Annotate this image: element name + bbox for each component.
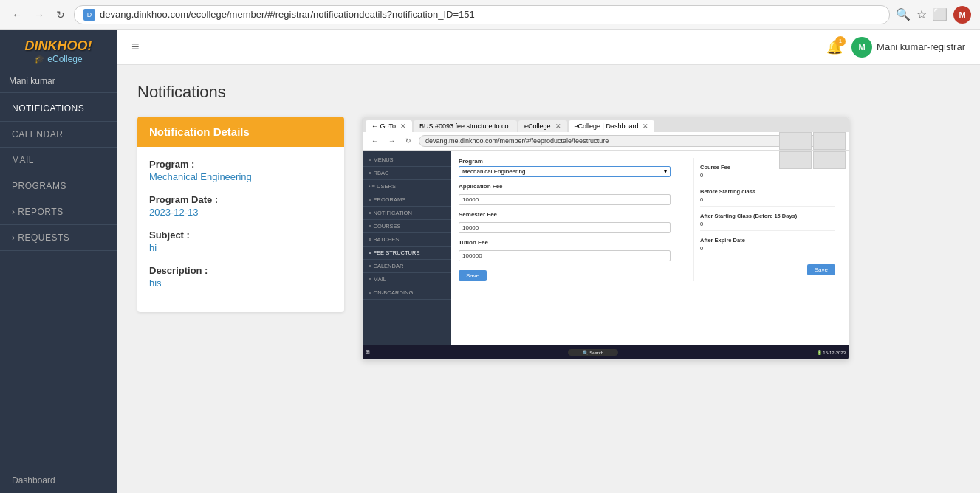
inner-sidebar-batches[interactable]: ≡ BATCHES [363, 233, 451, 246]
inner-sidebar-rbac[interactable]: ≡ RBAC [363, 167, 451, 180]
inner-afterexpire-row: After Expire Date 0 [700, 237, 835, 255]
inner-refresh-btn[interactable]: ↻ [402, 136, 414, 146]
inner-tab-dashboard[interactable]: eCollege | Dashboard ✕ [569, 120, 655, 132]
inner-sidebar-calendar[interactable]: ≡ CALENDAR [363, 260, 451, 273]
inner-semfee-row: Semester Fee [459, 211, 671, 233]
tab-close-goto[interactable]: ✕ [400, 123, 406, 130]
inner-sidebar-notification[interactable]: ≡ NOTIFICATION [363, 207, 451, 220]
sidebar-item-mail[interactable]: MAIL [0, 148, 117, 173]
inner-back-btn[interactable]: ← [369, 136, 381, 146]
inner-tutfee-label: Tution Fee [459, 239, 671, 246]
inner-browser-bar: ← → ↻ devang.me.dinkhoo.com/member/#/fee… [363, 132, 849, 151]
inner-tutfee-row: Tution Fee [459, 239, 671, 261]
refresh-button[interactable]: ↻ [53, 7, 68, 22]
page-content: Notifications Notification Details Progr… [117, 65, 980, 493]
app-container: DINKHOO! 🎓 eCollege Mani kumar NOTIFICAT… [0, 30, 980, 493]
inner-program-select[interactable]: Mechanical Engineering ▾ [459, 166, 671, 177]
description-label: Description : [149, 265, 332, 276]
favicon: D [83, 9, 95, 21]
inner-tab-bus[interactable]: BUS #0093 fee structure to co... ✕ [414, 120, 517, 132]
browser-chrome: ← → ↻ D devang.dinkhoo.com/ecollege/memb… [0, 0, 980, 30]
sidebar-item-programs[interactable]: PROGRAMS [0, 173, 117, 199]
program-row: Program : Mechanical Engineering [149, 159, 332, 182]
menu-icon[interactable]: ≡ [131, 39, 140, 55]
notification-bell[interactable]: 🔔 1 [826, 39, 843, 55]
inner-taskbar: ⊞ 🔍 Search 🔋 15-12-2023 [363, 345, 849, 359]
program-date-value: 2023-12-13 [149, 207, 332, 218]
inner-right-save-button[interactable]: Save [807, 264, 835, 275]
user-profile-section[interactable]: M Mani kumar-registrar [851, 37, 965, 58]
notification-card-header: Notification Details [137, 117, 344, 147]
inner-save-button[interactable]: Save [459, 270, 487, 281]
sidebar-nav: NOTIFICATIONS CALENDAR MAIL PROGRAMS › R… [0, 93, 117, 493]
subject-row: Subject : hi [149, 230, 332, 253]
overlay-grid [779, 151, 846, 169]
subject-value: hi [149, 242, 332, 253]
program-value: Mechanical Engineering [149, 171, 332, 182]
tab-close-ecollege[interactable]: ✕ [555, 123, 561, 130]
screenshot-preview: ← GoTo ✕ BUS #0093 fee structure to co..… [362, 117, 849, 360]
zoom-button[interactable]: 🔍 [896, 7, 911, 21]
sidebar-item-reports[interactable]: › REPORTS [0, 199, 117, 225]
inner-tab-ecollege[interactable]: eCollege ✕ [518, 120, 567, 132]
inner-sidebar-feestructure[interactable]: ≡ FEE STRUCTURE [363, 246, 451, 260]
overlay-cell-4 [813, 151, 846, 169]
inner-semfee-input[interactable] [459, 222, 671, 233]
browser-icons: 🔍 ☆ ⬜ M [896, 6, 971, 24]
inner-coursefee-value: 0 [700, 172, 835, 182]
extension-button[interactable]: ⬜ [933, 7, 948, 21]
inner-afterstart-label: After Starting Class (Before 15 Days) [700, 213, 835, 219]
sidebar-item-notifications[interactable]: NOTIFICATIONS [0, 96, 117, 122]
inner-form-left: Program Mechanical Engineering ▾ Applica… [459, 158, 671, 281]
sidebar-item-requests[interactable]: › REQUESTS [0, 225, 117, 251]
logo-area: DINKHOO! 🎓 eCollege [0, 30, 117, 70]
logo-dinkhoo: DINKHOO! [25, 38, 92, 54]
content-area: Notification Details Program : Mechanica… [137, 117, 959, 360]
inner-sidebar-menus[interactable]: ≡ Menus [363, 154, 451, 167]
inner-tab-goto[interactable]: ← GoTo ✕ [366, 120, 412, 132]
sidebar-item-dashboard[interactable]: Dashboard [0, 468, 117, 493]
inner-form: Program Mechanical Engineering ▾ Applica… [459, 158, 841, 281]
inner-program-row: Program Mechanical Engineering ▾ [459, 158, 671, 177]
inner-forward-btn[interactable]: → [386, 136, 398, 146]
inner-divider [682, 158, 682, 281]
taskbar-start: ⊞ [366, 349, 370, 355]
program-date-row: Program Date : 2023-12-13 [149, 194, 332, 218]
topbar-right: 🔔 1 M Mani kumar-registrar [826, 37, 965, 58]
tab-close-dashboard[interactable]: ✕ [643, 123, 648, 130]
notification-detail-card: Notification Details Program : Mechanica… [137, 117, 344, 312]
page-title: Notifications [137, 83, 959, 102]
browser-profile[interactable]: M [953, 6, 971, 24]
topbar: ≡ 🔔 1 M Mani kumar-registrar [117, 30, 980, 65]
back-button[interactable]: ← [9, 7, 25, 22]
user-avatar: M [851, 37, 872, 58]
inner-appfee-row: Application Fee [459, 183, 671, 205]
sidebar-item-calendar[interactable]: CALENDAR [0, 122, 117, 148]
taskbar-right: 🔋 15-12-2023 [817, 350, 846, 355]
inner-browser-content: ≡ Menus ≡ RBAC › ≡ USERS ≡ PROGRAMS ≡ NO… [363, 151, 849, 345]
program-label: Program : [149, 159, 332, 170]
overlay-cell-3 [779, 151, 812, 169]
inner-program-label: Program [459, 158, 671, 165]
url-bar[interactable]: D devang.dinkhoo.com/ecollege/member/#/r… [74, 5, 890, 24]
chevron-down-icon: ▾ [664, 168, 667, 175]
star-button[interactable]: ☆ [916, 7, 927, 21]
inner-afterstart-value: 0 [700, 221, 835, 231]
forward-button[interactable]: → [31, 7, 47, 22]
inner-appfee-input[interactable] [459, 194, 671, 205]
inner-browser-tabs: ← GoTo ✕ BUS #0093 fee structure to co..… [363, 117, 849, 132]
inner-sidebar-users[interactable]: › ≡ USERS [363, 180, 451, 193]
inner-sidebar-onboarding[interactable]: ≡ ON-BOARDING [363, 286, 451, 300]
inner-afterstart-row: After Starting Class (Before 15 Days) 0 [700, 213, 835, 231]
inner-sidebar-programs[interactable]: ≡ PROGRAMS [363, 193, 451, 207]
description-value: his [149, 277, 332, 289]
inner-sidebar-mail[interactable]: ≡ MAIL [363, 273, 451, 286]
notification-badge: 1 [835, 36, 846, 46]
inner-afterexpire-label: After Expire Date [700, 237, 835, 244]
inner-tutfee-input[interactable] [459, 250, 671, 261]
inner-semfee-label: Semester Fee [459, 211, 671, 218]
graduation-icon: 🎓 [34, 54, 45, 64]
sidebar: DINKHOO! 🎓 eCollege Mani kumar NOTIFICAT… [0, 30, 117, 493]
description-row: Description : his [149, 265, 332, 289]
inner-sidebar-courses[interactable]: ≡ COURSES [363, 220, 451, 233]
